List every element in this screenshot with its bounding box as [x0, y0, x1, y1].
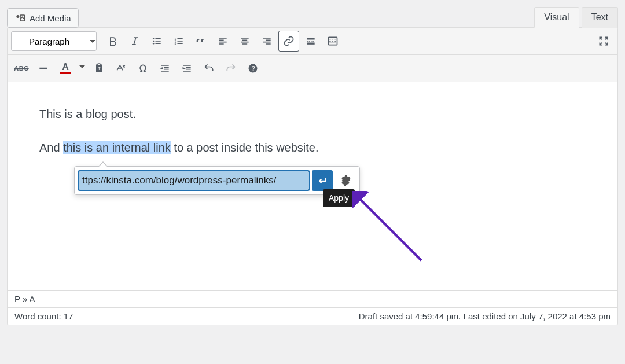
svg-rect-12	[98, 64, 101, 65]
text-color-dropdown[interactable]	[77, 58, 87, 79]
tab-visual[interactable]: Visual	[534, 7, 579, 28]
align-left-button[interactable]	[212, 31, 233, 52]
gear-icon	[339, 174, 352, 187]
annotation-arrow	[352, 191, 427, 266]
link-options-button[interactable]	[335, 170, 356, 191]
svg-point-3	[153, 41, 155, 42]
hr-button[interactable]	[33, 58, 54, 79]
redo-button[interactable]	[220, 58, 241, 79]
paste-text-button[interactable]: T	[89, 58, 109, 79]
svg-text:?: ?	[252, 65, 256, 72]
svg-rect-9	[307, 43, 314, 45]
text-color-button[interactable]: A	[55, 58, 76, 79]
ol-button[interactable]: 123	[168, 31, 189, 52]
strikethrough-button[interactable]: ABC	[11, 58, 32, 79]
selected-link-text: this is an internal link	[63, 141, 171, 154]
draft-status: Draft saved at 4:59:44 pm. Last edited o…	[359, 311, 611, 321]
outdent-button[interactable]	[155, 58, 175, 79]
svg-point-0	[16, 15, 19, 18]
special-char-button[interactable]	[133, 58, 153, 79]
apply-tooltip: Apply	[323, 189, 355, 207]
tab-text[interactable]: Text	[582, 7, 618, 28]
link-url-input[interactable]	[78, 171, 310, 190]
toolbar-toggle-button[interactable]	[322, 31, 343, 52]
blockquote-button[interactable]	[190, 31, 211, 52]
svg-text:3: 3	[175, 42, 177, 45]
add-media-label: Add Media	[30, 13, 71, 23]
help-button[interactable]: ?	[242, 58, 263, 79]
apply-link-button[interactable]	[312, 170, 333, 191]
add-media-button[interactable]: Add Media	[7, 8, 79, 28]
indent-button[interactable]	[177, 58, 197, 79]
media-icon	[14, 12, 26, 24]
svg-point-4	[153, 43, 155, 45]
readmore-button[interactable]	[300, 31, 321, 52]
paragraph-2: And this is an internal link to a post i…	[39, 139, 586, 156]
bold-button[interactable]	[102, 31, 123, 52]
align-right-button[interactable]	[256, 31, 277, 52]
svg-line-16	[358, 197, 421, 260]
element-path[interactable]: P » A	[7, 291, 618, 308]
svg-point-2	[153, 38, 155, 40]
link-button[interactable]	[278, 31, 299, 52]
svg-rect-8	[307, 38, 314, 39]
link-insert-popup	[74, 166, 360, 195]
undo-button[interactable]	[198, 58, 219, 79]
enter-icon	[317, 175, 328, 186]
paragraph-1: This is a blog post.	[39, 105, 586, 123]
editor-toolbar: Paragraph 123 ABC A T	[7, 27, 618, 82]
align-center-button[interactable]	[234, 31, 255, 52]
clear-format-button[interactable]	[111, 58, 131, 79]
svg-text:T: T	[98, 66, 101, 71]
status-bar: Word count: 17 Draft saved at 4:59:44 pm…	[7, 308, 618, 325]
word-count: Word count: 17	[14, 311, 73, 321]
editor-content[interactable]: This is a blog post. And this is an inte…	[7, 82, 618, 291]
format-select[interactable]: Paragraph	[11, 31, 97, 51]
ul-button[interactable]	[146, 31, 167, 52]
italic-button[interactable]	[124, 31, 145, 52]
fullscreen-button[interactable]	[593, 31, 614, 52]
